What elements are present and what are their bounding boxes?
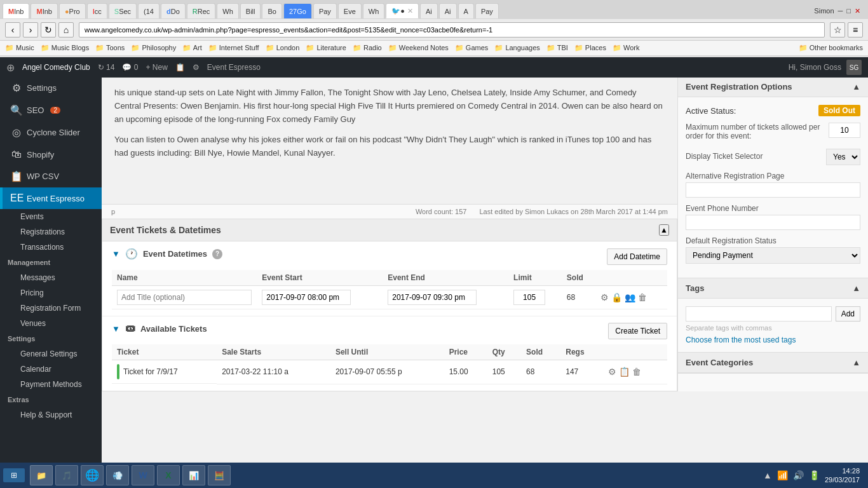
sidebar-pricing[interactable]: Pricing bbox=[0, 285, 102, 301]
sidebar-item-wp-csv[interactable]: 📋 WP CSV bbox=[0, 165, 102, 187]
forms-icon[interactable]: 📋 bbox=[175, 63, 185, 72]
back-button[interactable]: ‹ bbox=[5, 22, 20, 37]
bookmark-places[interactable]: 📁 Places bbox=[574, 44, 606, 52]
bookmark-london[interactable]: 📁 London bbox=[266, 44, 300, 52]
default-reg-status-select[interactable]: Pending Payment Approved Not Approved bbox=[686, 247, 860, 264]
maximize-icon[interactable]: □ bbox=[846, 7, 851, 15]
bookmark-icon[interactable]: ☆ bbox=[830, 22, 845, 37]
trash-icon[interactable]: 🗑 bbox=[638, 292, 647, 302]
bookmark-art[interactable]: 📁 Art bbox=[182, 44, 202, 52]
tab-sec[interactable]: S Sec bbox=[109, 3, 137, 18]
editor-body[interactable]: his unique stand-up sets on Late Night w… bbox=[102, 77, 677, 204]
bookmark-languages[interactable]: 📁 Languages bbox=[494, 44, 540, 52]
bookmark-philosophy[interactable]: 📁 Philosophy bbox=[131, 44, 176, 52]
sidebar-sub-events[interactable]: Events bbox=[0, 209, 102, 224]
sidebar-calendar[interactable]: Calendar bbox=[0, 362, 102, 377]
ticket-trash-icon[interactable]: 🗑 bbox=[632, 367, 641, 377]
taskbar-app-chrome[interactable]: 🌐 bbox=[81, 465, 104, 485]
datetime-name-cell[interactable] bbox=[112, 286, 257, 309]
refresh-button[interactable]: ↻ bbox=[41, 22, 56, 37]
forward-button[interactable]: › bbox=[23, 22, 38, 37]
section-collapse-button[interactable]: ▲ bbox=[659, 224, 669, 236]
tab-wh[interactable]: Wh bbox=[217, 3, 239, 18]
people-icon[interactable]: 👥 bbox=[625, 292, 635, 302]
settings-icon[interactable]: ≡ bbox=[848, 22, 863, 37]
sidebar-item-shopify[interactable]: 🛍 Shopify bbox=[0, 144, 102, 165]
bookmark-tbi[interactable]: 📁 TBI bbox=[546, 44, 568, 52]
tab-google[interactable]: 27 Go bbox=[283, 3, 312, 18]
address-input[interactable]: www.angelcomedy.co.uk/wp-admin/admin.php… bbox=[79, 22, 825, 37]
collapse-icon[interactable]: ▼ bbox=[112, 249, 120, 259]
tab-bill[interactable]: Bill bbox=[240, 3, 261, 18]
most-used-tags-link[interactable]: Choose from the most used tags bbox=[686, 336, 860, 344]
comments-link[interactable]: 💬 0 bbox=[122, 63, 138, 72]
taskbar-app-steam[interactable]: 💨 bbox=[106, 465, 129, 485]
taskbar-app-word[interactable]: W bbox=[132, 465, 154, 485]
collapse-arrow-icon[interactable]: ▲ bbox=[852, 82, 860, 92]
tags-input[interactable] bbox=[686, 306, 832, 322]
tab-icc[interactable]: I cc bbox=[87, 3, 107, 18]
datetime-end-cell[interactable]: 2017-09-07 09:30 pm bbox=[383, 286, 508, 309]
tab-ai2[interactable]: Ai bbox=[439, 3, 457, 18]
bookmark-music[interactable]: 📁 Music bbox=[5, 44, 34, 52]
settings-gear-icon[interactable]: ⚙ bbox=[600, 292, 609, 302]
tab-14[interactable]: (14 bbox=[138, 3, 159, 18]
taskbar-app-pivot[interactable]: 📊 bbox=[182, 465, 205, 485]
sidebar-sub-registrations[interactable]: Registrations bbox=[0, 224, 102, 240]
tab-gmail2[interactable]: M Inb bbox=[31, 3, 57, 18]
bookmark-internet-stuff[interactable]: 📁 Internet Stuff bbox=[208, 44, 259, 52]
datetime-end-input[interactable]: 2017-09-07 09:30 pm bbox=[388, 290, 477, 305]
sidebar-venues[interactable]: Venues bbox=[0, 316, 102, 331]
categories-collapse-icon[interactable]: ▲ bbox=[852, 358, 860, 367]
sidebar-item-seo[interactable]: 🔍 SEO 2 bbox=[0, 99, 102, 121]
bookmark-weekend-notes[interactable]: 📁 Weekend Notes bbox=[388, 44, 449, 52]
tab-wh2[interactable]: Wh bbox=[363, 3, 385, 18]
tab-pay[interactable]: Pay bbox=[313, 3, 337, 18]
lock-icon[interactable]: 🔒 bbox=[611, 292, 622, 302]
tab-pro[interactable]: ● Pro bbox=[59, 3, 86, 18]
alt-reg-page-input[interactable] bbox=[686, 182, 860, 198]
minimize-icon[interactable]: ─ bbox=[838, 7, 843, 15]
help-icon[interactable]: ? bbox=[212, 249, 222, 259]
tab-ai[interactable]: Ai bbox=[420, 3, 438, 18]
close-icon[interactable]: ✕ bbox=[407, 7, 413, 15]
avatar[interactable]: SG bbox=[846, 60, 862, 75]
tab-gmail[interactable]: M Inb bbox=[3, 3, 29, 18]
tray-battery-icon[interactable]: 🔋 bbox=[809, 470, 820, 480]
taskbar-app-explorer[interactable]: 📁 bbox=[30, 465, 53, 485]
sidebar-help-support[interactable]: Help & Support bbox=[0, 407, 102, 423]
datetime-name-input[interactable] bbox=[117, 290, 252, 305]
sidebar-payment-methods[interactable]: Payment Methods bbox=[0, 377, 102, 392]
sidebar-item-event-espresso[interactable]: EE Event Espresso bbox=[0, 187, 102, 209]
bookmark-work[interactable]: 📁 Work bbox=[613, 44, 640, 52]
bookmark-music-blogs[interactable]: 📁 Music Blogs bbox=[41, 44, 89, 52]
tab-rec[interactable]: R Rec bbox=[187, 3, 216, 18]
datetime-start-cell[interactable]: 2017-09-07 08:00 pm bbox=[257, 286, 383, 309]
max-tickets-input[interactable]: 10 bbox=[829, 123, 860, 138]
sidebar-registration-form[interactable]: Registration Form bbox=[0, 301, 102, 316]
gear-icon[interactable]: ⚙ bbox=[193, 63, 200, 72]
tray-arrow-icon[interactable]: ▲ bbox=[763, 470, 772, 480]
tab-do[interactable]: d Do bbox=[161, 3, 186, 18]
tab-a[interactable]: A bbox=[458, 3, 474, 18]
taskbar-app-calculator[interactable]: 🧮 bbox=[208, 465, 231, 485]
site-name[interactable]: Angel Comedy Club bbox=[22, 63, 90, 72]
create-ticket-button[interactable]: Create Ticket bbox=[608, 323, 667, 339]
tab-pay2[interactable]: Pay bbox=[475, 3, 499, 18]
taskbar-app-itunes[interactable]: 🎵 bbox=[55, 465, 78, 485]
bookmark-radio[interactable]: 📁 Radio bbox=[353, 44, 382, 52]
ticket-settings-icon[interactable]: ⚙ bbox=[608, 367, 616, 377]
tab-bo[interactable]: Bo bbox=[262, 3, 281, 18]
sidebar-item-settings[interactable]: ⚙ Settings bbox=[0, 77, 102, 99]
start-button[interactable]: ⊞ bbox=[3, 468, 25, 482]
tab-active[interactable]: 🐦 ● ✕ bbox=[386, 3, 419, 18]
sidebar-item-cyclone-slider[interactable]: ◎ Cyclone Slider bbox=[0, 121, 102, 144]
sidebar-general-settings[interactable]: General Settings bbox=[0, 346, 102, 362]
add-tag-button[interactable]: Add bbox=[836, 306, 860, 322]
display-ticket-selector-select[interactable]: Yes No bbox=[826, 149, 860, 165]
ticket-copy-icon[interactable]: 📋 bbox=[619, 367, 630, 377]
new-link[interactable]: + New bbox=[146, 63, 167, 72]
taskbar-app-excel[interactable]: X bbox=[157, 465, 180, 485]
sidebar-messages[interactable]: Messages bbox=[0, 270, 102, 285]
sidebar-sub-transactions[interactable]: Transactions bbox=[0, 240, 102, 255]
